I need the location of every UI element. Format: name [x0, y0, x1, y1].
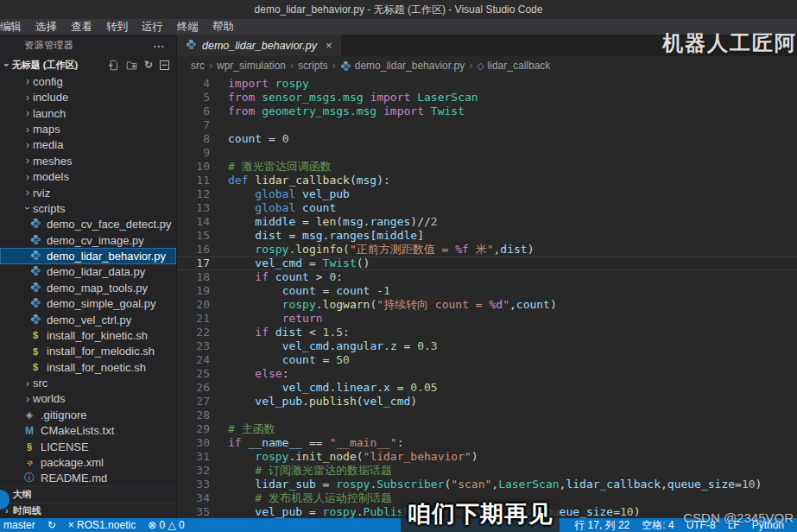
line-number: 34: [177, 491, 210, 505]
menu-item-选择[interactable]: 选择: [28, 20, 64, 35]
line-content: count = 0: [210, 132, 288, 146]
tab-demo-lidar-behavior[interactable]: demo_lidar_behavior.py ×: [177, 35, 341, 56]
code-line-16[interactable]: 16 rospy.loginfo("正前方测距数值 = %f 米",dist): [177, 243, 797, 256]
status-indentation[interactable]: 空格: 4: [636, 518, 680, 532]
status-sync-icon[interactable]: ↻: [41, 519, 62, 531]
code-line-26[interactable]: 26 vel_cmd.linear.x = 0.05: [177, 381, 797, 395]
tree-folder-launch[interactable]: ›launch: [0, 105, 176, 121]
refresh-icon[interactable]: ↻: [144, 59, 153, 71]
new-file-icon[interactable]: [108, 60, 119, 71]
tree-folder-include[interactable]: ›include: [0, 90, 176, 105]
code-line-31[interactable]: 31 rospy.init_node("lidar_behavior"): [177, 450, 797, 464]
code-line-6[interactable]: 6from geometry_msgs.msg import Twist: [177, 104, 797, 118]
tree-file-package.xml[interactable]: »package.xml: [0, 454, 176, 470]
code-line-12[interactable]: 12 global vel_pub: [177, 187, 797, 201]
line-number: 18: [177, 270, 210, 284]
menu-item-编辑[interactable]: 编辑: [0, 20, 28, 35]
watermark-top: 机器人工匠阿: [662, 29, 797, 57]
code-line-24[interactable]: 24 count = 50: [177, 353, 797, 367]
code-line-7[interactable]: 7: [177, 118, 797, 132]
panel-大纲[interactable]: ›大纲: [0, 486, 176, 503]
tree-folder-media[interactable]: ›media: [0, 137, 176, 153]
code-line-22[interactable]: 22 if dist < 1.5:: [177, 326, 797, 339]
tree-file-.gitignore[interactable]: ◈.gitignore: [0, 407, 176, 422]
code-line-27[interactable]: 27 vel_pub.publish(vel_cmd): [177, 395, 797, 408]
status-cursor-position[interactable]: 行 17, 列 22: [568, 518, 636, 532]
code-line-14[interactable]: 14 middle = len(msg.ranges)//2: [177, 215, 797, 229]
code-line-18[interactable]: 18 if count > 0:: [177, 270, 797, 284]
status-problems[interactable]: ⊗ 0 △ 0: [142, 519, 191, 531]
breadcrumb-item-lidar_callback[interactable]: ◇lidar_callback: [477, 60, 550, 72]
collapse-all-icon[interactable]: −: [160, 60, 169, 70]
menu-item-帮助[interactable]: 帮助: [206, 20, 241, 35]
tree-file-LICENSE[interactable]: §LICENSE: [0, 439, 176, 454]
tree-file-README.md[interactable]: ⓘREADME.md: [0, 471, 176, 486]
tree-folder-config[interactable]: ›config: [0, 73, 176, 89]
chevron-right-icon: ›: [22, 124, 33, 136]
status-branch[interactable]: master: [0, 519, 41, 531]
tree-file-demo_vel_ctrl.py[interactable]: demo_vel_ctrl.py: [0, 312, 176, 327]
close-icon[interactable]: ×: [326, 39, 332, 52]
xml-feed-icon: »: [20, 453, 39, 472]
code-line-5[interactable]: 5from sensor_msgs.msg import LaserScan: [177, 91, 797, 104]
tree-folder-src[interactable]: ›src: [0, 375, 176, 390]
code-line-29[interactable]: 29# 主函数: [177, 422, 797, 436]
menu-item-查看[interactable]: 查看: [64, 20, 99, 35]
breadcrumb-item-src[interactable]: src: [191, 60, 205, 72]
tree-folder-models[interactable]: ›models: [0, 169, 176, 185]
tree-file-install_for_noetic.sh[interactable]: $install_for_noetic.sh: [0, 359, 176, 375]
python-icon: [30, 282, 41, 293]
tree-folder-maps[interactable]: ›maps: [0, 121, 176, 136]
tree-file-demo_lidar_data.py[interactable]: demo_lidar_data.py: [0, 264, 176, 280]
tree-folder-meshes[interactable]: ›meshes: [0, 153, 176, 168]
tree-file-demo_cv_image.py[interactable]: demo_cv_image.py: [0, 232, 176, 248]
code-line-11[interactable]: 11def lidar_callback(msg):: [177, 174, 797, 187]
tree-item-label: worlds: [33, 392, 66, 405]
menu-item-终端[interactable]: 终端: [170, 20, 206, 35]
code-line-4[interactable]: 4import rospy: [177, 77, 797, 91]
code-line-8[interactable]: 8count = 0: [177, 132, 797, 146]
line-content: count = count -1: [210, 284, 390, 298]
code-line-15[interactable]: 15 dist = msg.ranges[middle]: [177, 229, 797, 243]
breadcrumb-item-wpr_simulation[interactable]: wpr_simulation: [217, 60, 286, 72]
tree-file-install_for_melodic.sh[interactable]: $install_for_melodic.sh: [0, 344, 176, 359]
breadcrumb-item-scripts[interactable]: scripts: [298, 60, 328, 72]
code-line-9[interactable]: 9: [177, 146, 797, 160]
line-number: 11: [177, 174, 210, 187]
status-ros-version[interactable]: × ROS1.noetic: [62, 519, 142, 531]
code-line-20[interactable]: 20 rospy.logwarn("持续转向 count = %d",count…: [177, 298, 797, 312]
tree-file-install_for_kinetic.sh[interactable]: $install_for_kinetic.sh: [0, 327, 176, 343]
tree-file-demo_cv_face_detect.py[interactable]: demo_cv_face_detect.py: [0, 217, 176, 232]
line-number: 9: [177, 146, 210, 160]
line-number: 17: [177, 256, 210, 270]
breadcrumb-item-demo_lidar_behavior.py[interactable]: demo_lidar_behavior.py: [340, 60, 465, 72]
tree-folder-worlds[interactable]: ›worlds: [0, 391, 176, 407]
tree-folder-rviz[interactable]: ›rviz: [0, 185, 176, 200]
code-line-19[interactable]: 19 count = count -1: [177, 284, 797, 298]
panel-时间线[interactable]: ›时间线: [0, 503, 176, 519]
code-line-21[interactable]: 21 return: [177, 312, 797, 326]
code-line-13[interactable]: 13 global count: [177, 201, 797, 215]
chevron-right-icon: ›: [22, 187, 33, 199]
more-actions-icon[interactable]: ⋯: [153, 39, 166, 53]
code-line-17[interactable]: 17 vel_cmd = Twist(): [177, 256, 797, 270]
code-line-33[interactable]: 33 lidar_sub = rospy.Subscriber("scan",L…: [177, 478, 797, 491]
menu-item-转到[interactable]: 转到: [99, 20, 135, 35]
new-folder-icon[interactable]: [126, 60, 137, 71]
tree-file-demo_lidar_behavior.py[interactable]: demo_lidar_behavior.py: [0, 248, 176, 263]
code-editor[interactable]: 4import rospy5from sensor_msgs.msg impor…: [177, 75, 797, 518]
tree-file-CMakeLists.txt[interactable]: MCMakeLists.txt: [0, 423, 176, 439]
video-subtitle: 咱们下期再见: [401, 497, 560, 532]
code-line-23[interactable]: 23 vel_cmd.angular.z = 0.3: [177, 339, 797, 353]
workspace-section-header[interactable]: › 无标题 (工作区) ↻ −: [0, 57, 176, 74]
tree-folder-scripts[interactable]: ›scripts: [0, 200, 176, 216]
code-line-28[interactable]: 28: [177, 408, 797, 422]
tree-file-demo_map_tools.py[interactable]: demo_map_tools.py: [0, 280, 176, 295]
code-line-10[interactable]: 10# 激光雷达回调函数: [177, 160, 797, 174]
code-line-25[interactable]: 25 else:: [177, 367, 797, 381]
tree-file-demo_simple_goal.py[interactable]: demo_simple_goal.py: [0, 296, 176, 312]
line-number: 24: [177, 353, 210, 367]
menu-item-运行[interactable]: 运行: [135, 20, 170, 35]
code-line-32[interactable]: 32 # 订阅激光雷达的数据话题: [177, 464, 797, 478]
code-line-30[interactable]: 30if __name__ == "__main__":: [177, 436, 797, 450]
